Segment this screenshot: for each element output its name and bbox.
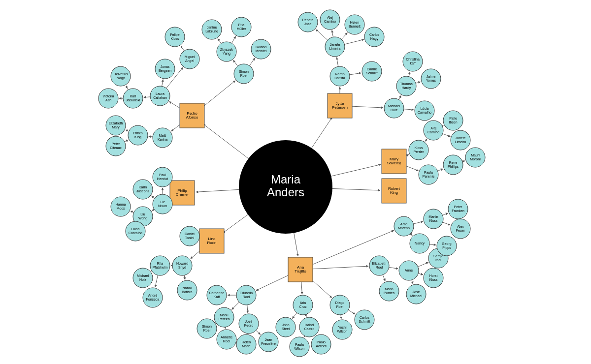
circle-node-rene[interactable]: RenePhillips xyxy=(443,155,463,175)
circle-node-andre[interactable]: AndréFonseca xyxy=(143,288,163,307)
circle-node-christina[interactable]: Christinakaff xyxy=(403,52,423,71)
circle-node-zbyszek[interactable]: ZbyszekYang xyxy=(217,42,236,61)
circle-node-paulh[interactable]: PaulHenriot xyxy=(153,167,172,187)
circle-node-thomas[interactable]: ThomasHardy xyxy=(396,76,416,96)
circle-node-isabel[interactable]: IsabelCastro xyxy=(299,317,319,337)
circle-node-peterc[interactable]: PeterCiteaux xyxy=(106,136,126,156)
circle-node-matti[interactable]: MattiKarina xyxy=(153,128,172,148)
circle-node-catherine[interactable]: CatherineKaff xyxy=(207,285,227,305)
svg-text:Michael: Michael xyxy=(137,274,149,277)
circle-node-johns[interactable]: JohnSteel xyxy=(276,317,296,337)
circle-node-jonas[interactable]: JonasBergsen xyxy=(155,59,175,79)
circle-node-alej1[interactable]: AlejCamino xyxy=(320,10,340,30)
svg-text:Limeira: Limeira xyxy=(455,140,466,144)
circle-node-klossp[interactable]: KlossPerrier xyxy=(409,140,428,160)
circle-node-carlosn[interactable]: CarlosNagy xyxy=(364,27,384,47)
circle-node-laura[interactable]: LauraCallahan xyxy=(150,86,170,106)
circle-node-lucia1[interactable]: LúciaCarvalho xyxy=(415,101,434,121)
circle-node-pirkko[interactable]: PirkkoKing xyxy=(128,125,148,145)
svg-text:Limeira: Limeira xyxy=(329,47,341,50)
circle-node-alej2[interactable]: AlejCamino xyxy=(424,121,443,140)
circle-node-michaelh2[interactable]: MichaelHolz xyxy=(133,268,153,288)
svg-text:Mendel: Mendel xyxy=(256,49,267,53)
circle-node-josem[interactable]: JoseMichael xyxy=(406,284,426,304)
svg-text:Carine: Carine xyxy=(367,67,377,71)
circle-node-manu[interactable]: ManuPereira xyxy=(214,307,234,327)
square-node-pedro[interactable]: PedroAfonso xyxy=(180,103,204,128)
center-node[interactable]: MariaAnders xyxy=(239,140,332,234)
svg-text:Alej: Alej xyxy=(327,16,333,20)
circle-node-elizr[interactable]: ElizabethRoel xyxy=(369,256,389,275)
square-node-ana[interactable]: AnaTrujillo xyxy=(288,257,313,282)
circle-node-helenm[interactable]: HelenMarie xyxy=(236,334,256,354)
circle-node-martin[interactable]: MartinKloss xyxy=(424,209,443,229)
circle-node-peterf[interactable]: PeterFranken xyxy=(448,199,468,219)
svg-text:Simon: Simon xyxy=(202,325,212,328)
circle-node-paula1[interactable]: PaulaParente xyxy=(419,165,438,184)
circle-node-eduardo[interactable]: EduardoRoel xyxy=(236,285,256,305)
svg-text:Labrune: Labrune xyxy=(205,30,218,33)
circle-node-nardo2[interactable]: NardoBatista xyxy=(177,280,197,300)
circle-node-daniel[interactable]: DanielTonini xyxy=(180,226,199,246)
circle-node-paula2[interactable]: PaulaWilson xyxy=(290,337,309,357)
circle-node-aria[interactable]: AriaCruz xyxy=(293,295,313,315)
circle-node-janine[interactable]: JanineLabrune xyxy=(202,20,222,39)
circle-node-paolo[interactable]: PaoloAccorti xyxy=(311,334,331,354)
network-graph[interactable]: MariaAndersPedroAfonsoJyttePetersenMaryS… xyxy=(0,0,591,364)
circle-node-alexf[interactable]: AlexFeuer xyxy=(451,219,470,239)
svg-text:Carlos: Carlos xyxy=(369,33,380,36)
circle-node-georg[interactable]: GeorgPipps xyxy=(437,236,457,256)
circle-node-felipe[interactable]: FelipeKloss xyxy=(165,27,185,47)
circle-node-hanna[interactable]: HannaMoos xyxy=(111,197,131,216)
circle-node-karl[interactable]: KarlJablonski xyxy=(123,89,143,108)
circle-node-anto[interactable]: AntoMoreno xyxy=(394,216,414,236)
circle-node-miguel[interactable]: MiguelAngel xyxy=(180,49,199,69)
circle-node-simon[interactable]: SimonRoel xyxy=(234,64,254,84)
circle-node-carloss[interactable]: CarlosSchmitt xyxy=(355,310,374,330)
circle-node-michaelh[interactable]: MichaelHolz xyxy=(384,98,404,118)
circle-node-nardo[interactable]: NardoBatista xyxy=(330,66,350,86)
circle-node-diego[interactable]: DiegoRoel xyxy=(330,295,350,315)
circle-node-ritap[interactable]: RitaPfalzheim xyxy=(150,256,170,275)
circle-node-renate[interactable]: RenateJose xyxy=(298,12,318,32)
svg-text:Rene: Rene xyxy=(449,161,458,164)
circle-node-helenb[interactable]: HelenBennett xyxy=(345,15,364,34)
circle-node-mauri[interactable]: MauriMoroni xyxy=(465,148,485,167)
circle-node-mariop[interactable]: MarioPontes xyxy=(379,281,399,301)
svg-text:Marie: Marie xyxy=(242,344,251,348)
square-node-robert[interactable]: RobertKing xyxy=(382,179,406,203)
svg-text:Josephs: Josephs xyxy=(136,189,150,193)
square-node-mary[interactable]: MarySaveley xyxy=(382,149,406,174)
svg-text:Mauri: Mauri xyxy=(471,153,480,157)
circle-node-jaime[interactable]: JaimeYorres xyxy=(421,69,441,89)
square-node-lino[interactable]: LinoRodri xyxy=(199,229,224,253)
svg-text:Saveley: Saveley xyxy=(387,161,401,165)
circle-node-lucia2[interactable]: LúciaCarvalho xyxy=(126,221,145,241)
circle-node-nancy[interactable]: Nancy xyxy=(410,234,429,253)
circle-node-elizmary[interactable]: ElizabethMary xyxy=(106,116,126,135)
svg-text:Liu: Liu xyxy=(140,212,145,216)
svg-text:King: King xyxy=(390,190,398,195)
circle-node-victoria[interactable]: VictoriaAsh xyxy=(98,89,118,108)
circle-node-helvetius[interactable]: HelvetiusNagy xyxy=(111,66,131,86)
circle-node-liz[interactable]: LizNixon xyxy=(153,194,172,214)
circle-node-karin[interactable]: KarinJosephs xyxy=(133,180,153,199)
svg-text:Peter: Peter xyxy=(454,205,462,209)
square-node-jytte[interactable]: JyttePetersen xyxy=(328,93,352,118)
circle-node-josep[interactable]: JoséPedro xyxy=(239,314,259,334)
circle-node-anne[interactable]: Anne xyxy=(399,261,419,280)
circle-node-jean[interactable]: JeanFresnière xyxy=(259,332,278,352)
circle-node-carine[interactable]: CarineSchmitt xyxy=(362,61,382,81)
circle-node-horst[interactable]: HorstKloss xyxy=(424,268,443,288)
svg-text:Aria: Aria xyxy=(300,301,306,304)
circle-node-annette[interactable]: AnnetteRoel xyxy=(217,330,236,349)
circle-node-janete2[interactable]: JaneteLimeira xyxy=(451,130,470,150)
circle-node-howard[interactable]: HowardSnyd xyxy=(172,256,192,275)
circle-node-roland[interactable]: RolandMendel xyxy=(251,39,271,59)
circle-node-yoshi[interactable]: YoshiWilson xyxy=(332,320,352,339)
circle-node-rita[interactable]: RitaMüller xyxy=(231,17,251,37)
square-node-philip[interactable]: PhilipCramer xyxy=(170,181,195,205)
circle-node-janete[interactable]: JaneteLimeira xyxy=(325,37,345,57)
circle-node-simon2[interactable]: SimonRoel xyxy=(197,319,217,338)
circle-node-palle[interactable]: PalleIbsen xyxy=(443,111,463,130)
